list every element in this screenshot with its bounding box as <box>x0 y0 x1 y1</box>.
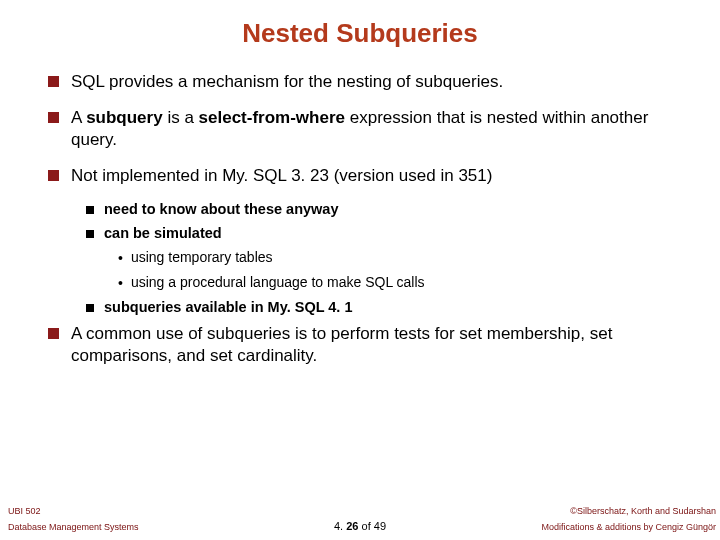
square-bullet-icon <box>48 76 59 87</box>
square-bullet-icon <box>86 230 94 238</box>
text-bold: subquery <box>86 108 163 127</box>
subtitle-text: Database Management Systems <box>8 522 139 532</box>
square-bullet-icon <box>48 170 59 181</box>
text-fragment: is a <box>163 108 199 127</box>
copyright-text: ©Silberschatz, Korth and Sudarshan <box>570 506 716 516</box>
bullet-text: A common use of subqueries is to perform… <box>71 323 682 367</box>
bullet-text: subqueries available in My. SQL 4. 1 <box>104 299 352 315</box>
square-bullet-icon <box>86 206 94 214</box>
course-code: UBI 502 <box>8 506 41 516</box>
dot-bullet-icon: • <box>118 250 123 266</box>
bullet-level2: can be simulated <box>86 225 682 241</box>
bullet-text: can be simulated <box>104 225 222 241</box>
bullet-text: A subquery is a select-from-where expres… <box>71 107 682 151</box>
bullet-level2: need to know about these anyway <box>86 201 682 217</box>
bullet-level1: Not implemented in My. SQL 3. 23 (versio… <box>48 165 682 187</box>
modifications-text: Modifications & additions by Cengiz Güng… <box>541 522 716 532</box>
bullet-level1: A subquery is a select-from-where expres… <box>48 107 682 151</box>
page-number: 4. 26 of 49 <box>334 520 386 532</box>
slide-title: Nested Subqueries <box>30 18 690 49</box>
bullet-level2: subqueries available in My. SQL 4. 1 <box>86 299 682 315</box>
bullet-level1: A common use of subqueries is to perform… <box>48 323 682 367</box>
slide: Nested Subqueries SQL provides a mechani… <box>0 0 720 540</box>
page-total: of 49 <box>358 520 386 532</box>
text-fragment: A <box>71 108 86 127</box>
bullet-text: using a procedural language to make SQL … <box>131 274 425 290</box>
bullet-text: need to know about these anyway <box>104 201 338 217</box>
square-bullet-icon <box>48 112 59 123</box>
bullet-text: using temporary tables <box>131 249 273 265</box>
page-current: 26 <box>346 520 358 532</box>
slide-content: SQL provides a mechanism for the nesting… <box>30 71 690 368</box>
text-bold: select-from-where <box>199 108 345 127</box>
dot-bullet-icon: • <box>118 275 123 291</box>
footer-row: UBI 502 ©Silberschatz, Korth and Sudarsh… <box>8 506 716 516</box>
bullet-text: SQL provides a mechanism for the nesting… <box>71 71 503 93</box>
square-bullet-icon <box>86 304 94 312</box>
bullet-level3: • using a procedural language to make SQ… <box>118 274 682 291</box>
bullet-level3: • using temporary tables <box>118 249 682 266</box>
square-bullet-icon <box>48 328 59 339</box>
bullet-level1: SQL provides a mechanism for the nesting… <box>48 71 682 93</box>
page-prefix: 4. <box>334 520 346 532</box>
bullet-text: Not implemented in My. SQL 3. 23 (versio… <box>71 165 492 187</box>
